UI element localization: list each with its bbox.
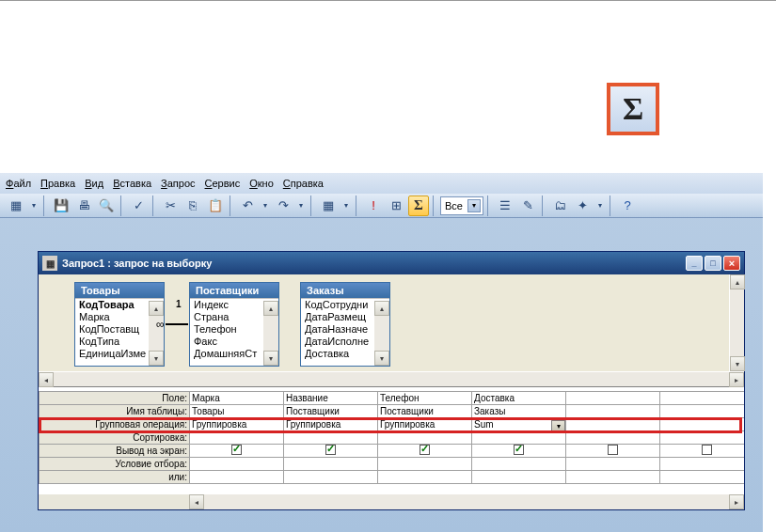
copy-button[interactable]: ⎘ <box>182 196 203 216</box>
show-cell[interactable] <box>566 445 660 458</box>
table-cell[interactable] <box>660 405 745 418</box>
sort-cell[interactable] <box>190 431 284 445</box>
criteria-cell[interactable] <box>378 458 472 471</box>
criteria-cell[interactable] <box>660 458 745 471</box>
show-cell[interactable] <box>472 445 566 458</box>
view-dropdown-icon[interactable]: ▾ <box>28 196 40 216</box>
sort-cell[interactable] <box>472 431 566 445</box>
menu-edit[interactable]: Правка <box>40 178 75 189</box>
total-cell[interactable] <box>660 418 745 431</box>
scroll-up-icon[interactable]: ▴ <box>730 274 745 289</box>
criteria-cell[interactable] <box>284 458 378 471</box>
menu-window[interactable]: Окно <box>249 178 274 189</box>
or-cell[interactable] <box>190 471 284 484</box>
checkbox-icon[interactable] <box>231 445 242 455</box>
table-cell[interactable]: Поставщики <box>378 405 472 418</box>
tables-diagram-pane[interactable]: Товары КодТовара Марка КодПоставщ КодТип… <box>39 274 744 387</box>
field-cell[interactable]: Доставка <box>472 392 566 405</box>
scroll-down-icon[interactable]: ▾ <box>374 351 389 366</box>
table-cell[interactable]: Поставщики <box>284 405 378 418</box>
undo-button[interactable]: ↶ <box>237 196 258 216</box>
print-preview-button[interactable]: 🔍 <box>96 196 117 216</box>
window-titlebar[interactable]: ▦ Запрос1 : запрос на выборку _ □ × <box>39 252 744 274</box>
table-box-zakazy[interactable]: Заказы КодСотрудни ДатаРазмещ ДатаНазнач… <box>300 282 390 367</box>
close-button[interactable]: × <box>723 256 740 271</box>
checkbox-icon[interactable] <box>325 445 336 455</box>
diagram-horizontal-scrollbar[interactable]: ◂ ▸ <box>39 371 744 386</box>
or-cell[interactable] <box>472 471 566 484</box>
table-cell[interactable]: Заказы <box>472 405 566 418</box>
table-scrollbar[interactable]: ▴ ▾ <box>263 301 278 366</box>
show-cell[interactable] <box>378 445 472 458</box>
menu-query[interactable]: Запрос <box>161 178 195 189</box>
new-object-button[interactable]: ✦ <box>572 196 593 216</box>
scroll-right-icon[interactable]: ▸ <box>729 494 744 509</box>
sort-cell[interactable] <box>566 431 660 445</box>
criteria-cell[interactable] <box>566 458 660 471</box>
scroll-down-icon[interactable]: ▾ <box>263 351 278 366</box>
scroll-left-icon[interactable]: ◂ <box>39 372 54 387</box>
or-cell[interactable] <box>284 471 378 484</box>
properties-button[interactable]: ☰ <box>495 196 515 216</box>
show-cell[interactable] <box>190 445 284 458</box>
checkbox-icon[interactable] <box>608 445 618 455</box>
checkbox-icon[interactable] <box>702 445 712 455</box>
database-window-button[interactable]: 🗂 <box>549 196 570 216</box>
sort-cell[interactable] <box>660 431 745 445</box>
query-type-button[interactable]: ▦ <box>318 196 339 216</box>
or-cell[interactable] <box>378 471 472 484</box>
minimize-button[interactable]: _ <box>686 256 703 271</box>
scroll-up-icon[interactable]: ▴ <box>149 301 164 316</box>
run-button[interactable]: ! <box>363 196 384 216</box>
field-cell[interactable]: Марка <box>190 392 284 405</box>
table-box-postavshchiki[interactable]: Поставщики Индекс Страна Телефон Факс До… <box>189 282 279 367</box>
sort-cell[interactable] <box>284 431 378 445</box>
scroll-down-icon[interactable]: ▾ <box>730 356 745 371</box>
new-object-dropdown-icon[interactable]: ▾ <box>594 196 606 216</box>
grid-horizontal-scrollbar[interactable]: ◂ ▸ <box>39 494 744 509</box>
show-table-button[interactable]: ⊞ <box>386 196 406 216</box>
redo-dropdown-icon[interactable]: ▾ <box>295 196 307 216</box>
field-cell[interactable]: Название <box>284 392 378 405</box>
cut-button[interactable]: ✂ <box>160 196 181 216</box>
total-cell[interactable]: Группировка <box>190 418 284 431</box>
field-cell[interactable]: Телефон <box>378 392 472 405</box>
maximize-button[interactable]: □ <box>705 256 721 271</box>
show-cell[interactable] <box>660 445 745 458</box>
scroll-up-icon[interactable]: ▴ <box>263 301 278 316</box>
query-type-dropdown-icon[interactable]: ▾ <box>340 196 352 216</box>
total-cell[interactable]: Группировка <box>378 418 472 431</box>
totals-button[interactable]: Σ <box>408 196 429 216</box>
total-cell[interactable] <box>566 418 660 431</box>
field-cell[interactable] <box>660 392 745 405</box>
scroll-down-icon[interactable]: ▾ <box>149 351 164 366</box>
table-scrollbar[interactable]: ▴ ▾ <box>374 301 389 366</box>
criteria-cell[interactable] <box>472 458 566 471</box>
scroll-left-icon[interactable]: ◂ <box>189 494 204 509</box>
or-cell[interactable] <box>566 471 660 484</box>
checkbox-icon[interactable] <box>514 445 524 455</box>
total-cell[interactable]: Группировка <box>284 418 378 431</box>
scroll-up-icon[interactable]: ▴ <box>374 301 389 316</box>
print-button[interactable]: 🖶 <box>73 196 94 216</box>
chevron-down-icon[interactable]: ▾ <box>467 199 481 212</box>
menu-tools[interactable]: Сервис <box>205 178 241 189</box>
undo-dropdown-icon[interactable]: ▾ <box>260 196 271 216</box>
relationship-line[interactable] <box>166 323 188 325</box>
checkbox-icon[interactable] <box>420 445 430 455</box>
menu-insert[interactable]: Вставка <box>113 178 151 189</box>
menu-file[interactable]: Файл <box>6 178 31 189</box>
save-button[interactable]: 💾 <box>51 196 71 216</box>
redo-button[interactable]: ↷ <box>273 196 293 216</box>
total-dropdown-button[interactable]: ▾ <box>551 420 565 432</box>
help-button[interactable]: ? <box>617 196 638 216</box>
table-box-tovary[interactable]: Товары КодТовара Марка КодПоставщ КодТип… <box>74 282 165 367</box>
show-cell[interactable] <box>284 445 378 458</box>
build-button[interactable]: ✎ <box>517 196 538 216</box>
scroll-right-icon[interactable]: ▸ <box>729 372 744 387</box>
table-scrollbar[interactable]: ▴ ▾ <box>149 301 164 366</box>
spelling-button[interactable]: ✓ <box>128 196 149 216</box>
table-cell[interactable] <box>566 405 660 418</box>
or-cell[interactable] <box>660 471 745 484</box>
menu-view[interactable]: Вид <box>85 178 103 189</box>
